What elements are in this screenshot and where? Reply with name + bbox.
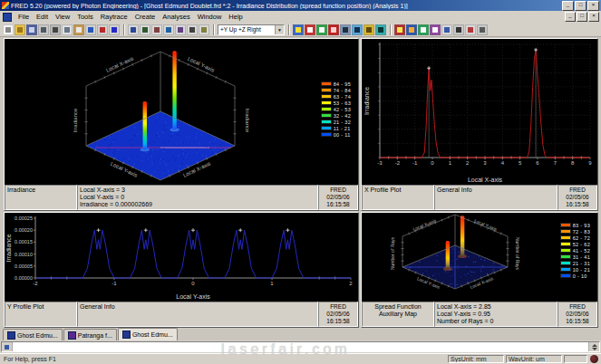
point-source-icon[interactable] <box>364 24 374 35</box>
beam-icon[interactable] <box>375 24 386 35</box>
view-orientation-select[interactable]: +Y Up +Z Right ▼ <box>218 24 285 35</box>
scrollbar[interactable] <box>588 342 599 351</box>
tab-ghost-edmund-1[interactable]: Ghost Edmu... <box>3 329 63 340</box>
irradiance-3d-svg: Local X-axisLocal Y-axisIrradianceIrradi… <box>5 39 358 185</box>
open-folder-icon[interactable] <box>15 24 25 35</box>
sysunit-cell: SysUnit: mm <box>448 355 504 363</box>
menu-help[interactable]: Help <box>225 13 246 21</box>
save-icon[interactable] <box>26 24 37 35</box>
spread-function-chart[interactable]: Local X-axisLocal Y-axisNumber of RaysNu… <box>362 213 597 302</box>
zoom-in-icon[interactable] <box>140 24 150 35</box>
y-profile-chart[interactable]: -2-10120.000000.000050.000100.000150.000… <box>5 213 358 302</box>
zoom-out-icon[interactable] <box>151 24 162 35</box>
command-input[interactable] <box>13 342 588 351</box>
panel-general-info: General Info <box>77 302 318 327</box>
panel-brand-timestamp: FRED02/05/0616:15:58 <box>557 185 597 210</box>
menu-create[interactable]: Create <box>131 13 160 21</box>
data-spike <box>446 242 450 269</box>
zoom-window-icon[interactable] <box>128 24 139 35</box>
menu-view[interactable]: View <box>52 13 73 21</box>
x-axis-label: Local X-axis <box>412 217 438 232</box>
document-icon <box>68 331 76 340</box>
chart-icon[interactable] <box>465 24 476 35</box>
y-axis-label: Local Y-axis <box>473 217 498 232</box>
y-profile-svg: -2-10120.000000.000050.000100.000150.000… <box>5 213 358 302</box>
camera-icon[interactable] <box>187 24 198 35</box>
legend-entry: 72 - 83 <box>560 228 590 235</box>
grid-icon[interactable] <box>199 24 209 35</box>
series-line <box>35 230 351 278</box>
y-axis-label: Irradiance <box>364 87 370 115</box>
trace-render-icon[interactable] <box>305 24 315 35</box>
menu-file[interactable]: File <box>15 13 33 21</box>
document-icon <box>122 330 131 339</box>
svg-text:1: 1 <box>449 160 452 166</box>
app-icon <box>2 2 9 9</box>
close-button[interactable]: × <box>587 1 599 11</box>
menu-analyses[interactable]: Analyses <box>159 13 193 21</box>
data-spike <box>143 102 147 149</box>
mdi-minimize-button[interactable]: _ <box>565 12 576 22</box>
output-window-button[interactable] <box>2 342 13 351</box>
mdi-restore-button[interactable]: □ <box>577 12 587 22</box>
copy-icon[interactable] <box>62 24 73 35</box>
panel-cursor-info: Local X-axis = 2.85Local Y-axis = 0.95Nu… <box>434 302 557 327</box>
legend-entry: 52 - 62 <box>560 241 590 247</box>
settings-icon[interactable] <box>477 24 488 35</box>
cut-icon[interactable] <box>50 24 61 35</box>
menu-edit[interactable]: Edit <box>33 13 52 21</box>
menu-window[interactable]: Window <box>194 13 226 21</box>
spot-diagram-icon[interactable] <box>394 24 405 35</box>
quick-trace-icon[interactable] <box>316 24 327 35</box>
panel-cursor-info: Local X-axis = 3Local Y-axis = 0Irradian… <box>77 185 318 210</box>
tab-patranga[interactable]: Patranga f... <box>63 329 117 340</box>
irradiance-3d-chart[interactable]: Local X-axisLocal Y-axisIrradianceIrradi… <box>5 39 358 185</box>
wavunit-cell: WavUnit: um <box>506 355 562 363</box>
scroll-up-icon[interactable] <box>592 344 597 347</box>
maximize-button[interactable]: □ <box>575 1 586 11</box>
paste-icon[interactable] <box>73 24 84 35</box>
svg-text:6: 6 <box>536 160 539 166</box>
clear-rays-icon[interactable] <box>340 24 351 35</box>
tab-ghost-edmund-2[interactable]: Ghost Edmu... <box>118 328 178 340</box>
scroll-down-icon[interactable] <box>592 348 597 350</box>
calculator-icon[interactable] <box>453 24 464 35</box>
chevron-down-icon[interactable]: ▼ <box>275 25 284 34</box>
irradiance-3d-panel[interactable]: Local X-axisLocal Y-axisIrradianceIrradi… <box>4 38 359 211</box>
print-icon[interactable] <box>38 24 49 35</box>
x-profile-chart[interactable]: -3-2-10123456789Local X-axisIrradiance <box>362 39 597 185</box>
new-document-icon[interactable] <box>3 24 14 35</box>
previous-view-icon[interactable] <box>175 24 186 35</box>
legend-entry: 32 - 42 <box>321 112 351 119</box>
redo-icon[interactable] <box>97 24 108 35</box>
refresh-view-icon[interactable] <box>163 24 174 35</box>
panel-brand-timestamp: FRED02/05/0616:15:58 <box>318 302 358 327</box>
panel-type-label: Y Profile Plot <box>5 302 77 327</box>
help-icon[interactable] <box>109 24 120 35</box>
minimize-button[interactable]: _ <box>562 1 574 11</box>
stop-trace-icon[interactable] <box>328 24 339 35</box>
panel-brand-timestamp: FRED02/05/0616:15:58 <box>318 185 358 210</box>
spread-function-panel[interactable]: Local X-axisLocal Y-axisNumber of RaysNu… <box>361 212 598 328</box>
menu-raytrace[interactable]: Raytrace <box>97 13 131 21</box>
ray-filter-icon[interactable] <box>352 24 363 35</box>
menu-tools[interactable]: Tools <box>73 13 97 21</box>
document-icon[interactable] <box>3 13 12 22</box>
x-axis-label: Local Y-axis <box>176 293 210 300</box>
encircled-energy-icon[interactable] <box>430 24 441 35</box>
legend-entry: 74 - 84 <box>321 87 351 93</box>
svg-text:0.00010: 0.00010 <box>15 252 33 257</box>
intensity-icon[interactable] <box>418 24 429 35</box>
legend-entry: 21 - 32 <box>321 119 351 125</box>
data-spike <box>460 216 464 256</box>
irradiance-map-icon[interactable] <box>406 24 417 35</box>
mdi-close-button[interactable]: × <box>588 12 599 22</box>
y-profile-panel[interactable]: -2-10120.000000.000050.000100.000150.000… <box>4 212 359 328</box>
raytrace-icon[interactable] <box>293 24 304 35</box>
report-icon[interactable] <box>441 24 452 35</box>
svg-text:0.00015: 0.00015 <box>15 239 33 244</box>
undo-icon[interactable] <box>85 24 96 35</box>
x-profile-panel[interactable]: -3-2-10123456789Local X-axisIrradiance X… <box>361 38 598 211</box>
view-orientation-value: +Y Up +Z Right <box>220 26 261 33</box>
x-profile-status-strip: X Profile Plot General Info FRED02/05/06… <box>362 185 597 210</box>
